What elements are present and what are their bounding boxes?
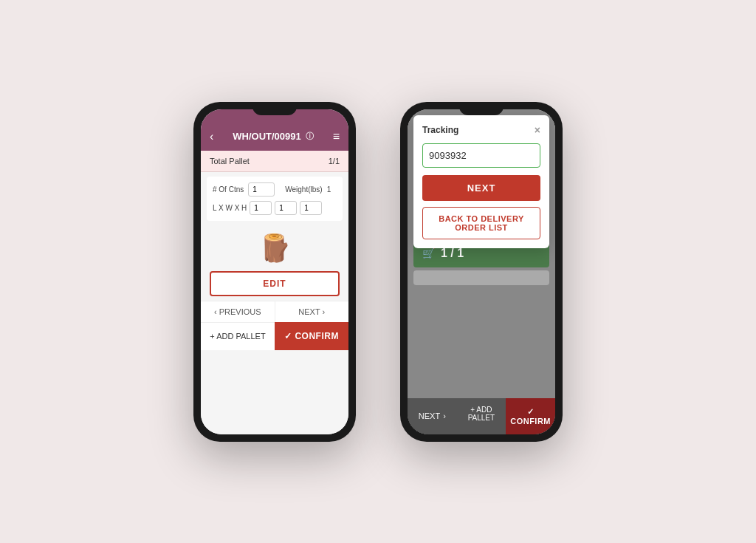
ctns-row: # Of Ctns Weight(lbs) 1	[213, 182, 337, 197]
edit-button[interactable]: EDIT	[210, 271, 340, 296]
phone2-bottom-bar: NEXT › + ADD PALLET ✓ CONFIRM	[408, 398, 555, 434]
lxwxh-input-1[interactable]	[250, 201, 272, 215]
notch-2	[459, 102, 504, 115]
p2-next-label: NEXT	[419, 411, 440, 420]
p2-confirm-button[interactable]: ✓ CONFIRM	[506, 398, 555, 434]
tracking-input[interactable]	[422, 143, 540, 168]
close-icon[interactable]: ×	[535, 124, 540, 136]
phone1-bottom-bar: + ADD PALLET ✓ CONFIRM	[201, 322, 348, 350]
modal-header: Tracking ×	[422, 124, 540, 136]
ctns-label: # Of Ctns	[213, 185, 244, 194]
weight-label: Weight(lbs)	[285, 185, 322, 194]
next-nav-button[interactable]: NEXT ›	[275, 301, 349, 322]
form-section: # Of Ctns Weight(lbs) 1 L X W X H	[207, 177, 343, 221]
phone-1: ‹ WH/OUT/00991 ⓘ ≡ Total Pallet 1/1 # Of…	[193, 102, 356, 442]
modal-overlay: Tracking × NEXT BACK TO DELIVERY ORDER L…	[408, 109, 555, 434]
phone1-header: ‹ WH/OUT/00991 ⓘ ≡	[201, 109, 348, 151]
phone1-body: Total Pallet 1/1 # Of Ctns Weight(lbs) 1…	[201, 151, 348, 434]
p2-add-pallet-label2: PALLET	[461, 414, 502, 422]
lxwxh-label: L X W X H	[213, 204, 247, 212]
info-icon[interactable]: ⓘ	[306, 131, 314, 142]
lxwxh-input-3[interactable]	[300, 201, 322, 215]
total-pallet-bar: Total Pallet 1/1	[201, 151, 348, 172]
order-number: WH/OUT/00991	[233, 131, 300, 142]
weight-value: 1	[327, 185, 331, 194]
add-pallet-button[interactable]: + ADD PALLET	[201, 322, 275, 350]
notch-1	[252, 102, 297, 115]
lxwxh-input-2[interactable]	[275, 201, 297, 215]
modal-next-button[interactable]: NEXT	[422, 175, 540, 201]
total-pallet-value: 1/1	[329, 157, 340, 165]
p2-add-pallet-button[interactable]: + ADD PALLET	[457, 398, 506, 434]
modal-title: Tracking	[422, 125, 458, 135]
menu-icon[interactable]: ≡	[333, 130, 340, 143]
p2-next-button[interactable]: NEXT ›	[408, 398, 457, 434]
lxwxh-row: L X W X H	[213, 201, 337, 215]
back-to-delivery-button[interactable]: BACK TO DELIVERY ORDER LIST	[422, 207, 540, 239]
pallet-image: 🪵	[201, 225, 348, 271]
total-pallet-label: Total Pallet	[210, 157, 250, 165]
nav-row: ‹ PREVIOUS NEXT ›	[201, 301, 348, 322]
scene: ‹ WH/OUT/00991 ⓘ ≡ Total Pallet 1/1 # Of…	[0, 0, 756, 543]
p2-add-pallet-label: + ADD	[461, 406, 502, 414]
phone1-title: WH/OUT/00991 ⓘ	[233, 131, 313, 142]
phone-2-screen: 🖥️ Threaded Adapter 🛒 1 / 1 Tracking ×	[408, 109, 555, 434]
ctns-input[interactable]	[248, 182, 275, 197]
confirm-button[interactable]: ✓ CONFIRM	[275, 322, 348, 350]
phone-2: 🖥️ Threaded Adapter 🛒 1 / 1 Tracking ×	[400, 102, 563, 442]
back-icon[interactable]: ‹	[210, 130, 213, 143]
previous-button[interactable]: ‹ PREVIOUS	[201, 301, 275, 322]
phone2-body: 🖥️ Threaded Adapter 🛒 1 / 1 Tracking ×	[408, 109, 555, 434]
p2-next-arrow: ›	[443, 411, 446, 420]
tracking-modal: Tracking × NEXT BACK TO DELIVERY ORDER L…	[413, 115, 549, 248]
phone-1-screen: ‹ WH/OUT/00991 ⓘ ≡ Total Pallet 1/1 # Of…	[201, 109, 348, 434]
